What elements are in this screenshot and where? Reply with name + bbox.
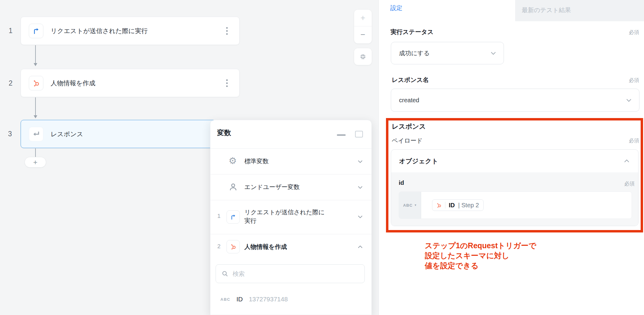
hubspot-icon: [436, 202, 442, 208]
exec-status-select[interactable]: 成功にする: [391, 42, 504, 64]
step-card-request-trigger[interactable]: リクエストが送信された際に実行: [21, 17, 240, 45]
step-card-response[interactable]: レスポンス: [21, 120, 240, 148]
payload-label: ペイロード: [392, 137, 423, 145]
response-name-value: created: [399, 97, 625, 104]
chevron-down-icon: [490, 49, 497, 57]
step-number: 2: [6, 79, 15, 87]
hubspot-icon: [32, 79, 40, 87]
step-icon-box: [29, 76, 43, 90]
fit-view-button[interactable]: [354, 48, 372, 65]
tab-latest-test-result[interactable]: 最新のテスト結果: [515, 0, 644, 21]
chevron-up-icon[interactable]: [623, 158, 630, 165]
variables-row-enduser[interactable]: エンドユーザー変数: [210, 174, 371, 200]
chevron-down-icon[interactable]: [357, 213, 364, 220]
tab-label: 最新のテスト結果: [522, 6, 571, 14]
step-title: 人物情報を作成: [51, 79, 96, 87]
id-value-editor: ABC ▼ ID | Step 2: [399, 191, 632, 219]
chevron-up-icon[interactable]: [357, 244, 364, 250]
response-name-label: レスポンス名: [392, 76, 429, 84]
variables-row-number: 1: [215, 213, 223, 219]
object-label: オブジェクト: [399, 157, 623, 165]
chevron-down-icon[interactable]: [357, 158, 364, 165]
variable-value: 13727937148: [249, 296, 288, 303]
variable-name: ID: [236, 296, 243, 303]
chevron-down-icon[interactable]: [357, 184, 364, 191]
object-fields-area: id 必須 ABC ▼ ID | Step 2: [391, 172, 638, 226]
tab-settings[interactable]: 設定: [390, 4, 402, 12]
chevron-down-icon: [625, 97, 632, 104]
person-icon: [229, 182, 238, 191]
settings-panel: 設定 最新のテスト結果 実行ステータス 必須 成功にする レスポンス名 必須 c…: [378, 0, 644, 315]
kebab-menu-icon[interactable]: [224, 77, 230, 89]
object-header-row[interactable]: オブジェクト: [391, 150, 638, 172]
type-badge: ABC: [220, 297, 230, 302]
caret-down-icon: ▼: [414, 204, 417, 207]
variables-panel-title: 変数: [217, 128, 231, 137]
connector-arrowhead-icon: [34, 115, 37, 118]
response-name-select[interactable]: created: [391, 89, 639, 112]
connector-line: [35, 148, 36, 157]
kebab-menu-icon[interactable]: [224, 25, 230, 36]
variables-row-step1[interactable]: 1 リクエストが送信された際に実行: [210, 200, 371, 234]
search-icon: [221, 270, 229, 277]
variable-search: [216, 264, 365, 283]
search-input[interactable]: [233, 270, 348, 277]
corner-up-right-icon: [32, 27, 40, 35]
step-title: レスポンス: [51, 130, 83, 138]
required-badge: 必須: [624, 180, 635, 187]
variables-panel: 変数 ⚙ 標準変数 エンドユーザー変数 1 リクエストが送信された際に実行 2: [210, 120, 372, 315]
value-type-selector[interactable]: ABC ▼: [399, 192, 421, 218]
annotation-text: ステップ1のRequestトリガーで 設定したスキーマに対し 値を設定できる: [425, 241, 536, 271]
zoom-controls: + −: [354, 10, 372, 43]
maximize-icon[interactable]: [355, 131, 363, 137]
step-icon-box: [29, 24, 43, 38]
exec-status-value: 成功にする: [399, 49, 490, 57]
variables-row-label: リクエストが送信された際に実行: [244, 208, 330, 225]
step-card-create-person[interactable]: 人物情報を作成: [21, 69, 240, 97]
value-input-area[interactable]: ID | Step 2: [421, 192, 632, 218]
type-selector-label: ABC: [403, 203, 412, 208]
connector-line: [35, 45, 36, 63]
step-number: 3: [5, 130, 15, 138]
exec-status-label: 実行ステータス: [391, 28, 434, 36]
response-section-label: レスポンス: [392, 122, 426, 131]
step-number: 1: [6, 27, 15, 35]
minimize-icon[interactable]: [337, 134, 346, 136]
zoom-out-button[interactable]: −: [354, 26, 372, 43]
return-arrow-icon: [32, 130, 40, 138]
variables-row-number: 2: [215, 243, 223, 250]
variables-row-label: 人物情報を作成: [244, 242, 287, 251]
step-icon-box: [29, 127, 43, 141]
connector-line: [35, 97, 36, 116]
variables-panel-header: 変数: [210, 120, 371, 148]
token-step: | Step 2: [458, 202, 479, 209]
payload-object-card: オブジェクト id 必須 ABC ▼ ID: [391, 149, 639, 226]
token-name: ID: [449, 202, 455, 209]
variables-row-label: エンドユーザー変数: [244, 183, 300, 191]
variable-list-item-id[interactable]: ABC ID 13727937148: [220, 296, 288, 303]
zoom-in-button[interactable]: +: [354, 10, 372, 26]
corner-up-right-icon: [226, 210, 240, 224]
required-badge: 必須: [629, 77, 639, 84]
variable-token-chip[interactable]: ID | Step 2: [432, 199, 484, 211]
hubspot-icon: [226, 240, 240, 253]
id-field-label: id: [399, 179, 404, 186]
add-step-button[interactable]: +: [25, 157, 46, 168]
chip-divider: [445, 202, 445, 208]
variables-row-standard[interactable]: ⚙ 標準変数: [210, 148, 371, 174]
variables-row-label: 標準変数: [244, 157, 269, 165]
variables-row-step2[interactable]: 2 人物情報を作成: [210, 234, 371, 260]
required-badge: 必須: [629, 137, 639, 144]
step-title: リクエストが送信された際に実行: [51, 27, 148, 35]
gear-icon: ⚙: [229, 156, 237, 165]
connector-arrowhead-icon: [34, 63, 37, 66]
required-badge: 必須: [629, 29, 639, 36]
collapse-corners-icon: [359, 53, 367, 60]
